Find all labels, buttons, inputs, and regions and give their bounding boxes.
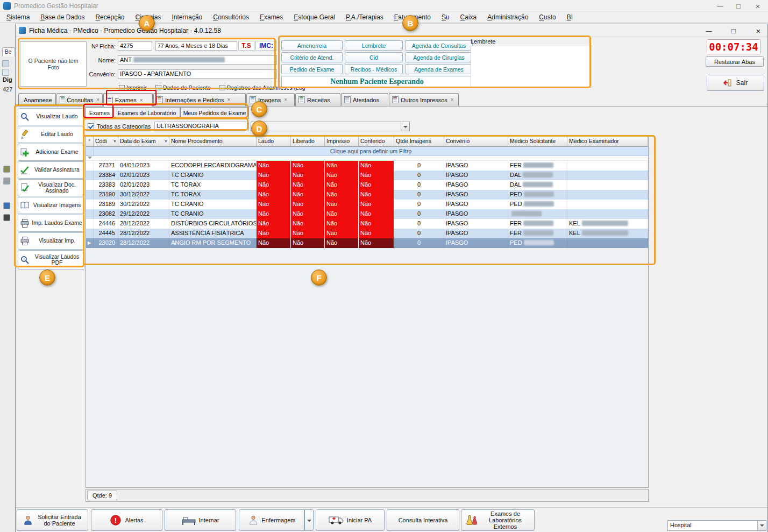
- menu-internacao[interactable]: Internação: [167, 12, 208, 22]
- table-row[interactable]: 24446 28/12/2022 DISTÚRBIOS CIRCULATÓRIO…: [86, 219, 648, 229]
- tab-exames[interactable]: Exames×: [103, 93, 153, 107]
- visualizar-doc-assinado-button[interactable]: Visualizar Doc. Assinado: [18, 179, 84, 196]
- ficha-close-button[interactable]: [750, 25, 766, 36]
- column-header-codigo[interactable]: Códi: [94, 137, 118, 147]
- column-chooser-icon[interactable]: [86, 137, 94, 147]
- subtab-meus-pedidos-exame[interactable]: Meus Pedidos de Exame: [180, 107, 249, 119]
- subtab-exames[interactable]: Exames: [86, 107, 113, 119]
- menu-recepcao[interactable]: Recepção: [90, 12, 130, 22]
- imc-button[interactable]: IMC:: [255, 41, 277, 51]
- column-header-medico-examinador[interactable]: Médico Examinador: [567, 137, 648, 147]
- grid-filter-hint-row[interactable]: Clique aqui para definir um Filtro: [86, 147, 648, 156]
- table-row[interactable]: 23383 02/01/2023 TC TORAX Não Não Não Nã…: [86, 180, 648, 190]
- amenorreia-button[interactable]: Amenorreia: [281, 40, 343, 51]
- categoria-field[interactable]: ULTRASSONOGRAFIA: [154, 122, 249, 131]
- table-row[interactable]: 27371 04/01/2023 ECODOPPLERCARDIOGRAMA N…: [86, 161, 648, 171]
- subtab-exames-laboratorio[interactable]: Exames de Laboratório: [113, 107, 180, 119]
- agenda-cirurgias-button[interactable]: Agenda de Cirurgias: [405, 52, 473, 62]
- menu-sistema[interactable]: Sistema: [1, 12, 35, 22]
- criterio-atend-button[interactable]: Critério de Atend.: [281, 52, 343, 62]
- menu-custo[interactable]: Custo: [534, 12, 561, 22]
- name-field[interactable]: ANT: [118, 55, 277, 65]
- menu-administracao[interactable]: Administração: [482, 12, 534, 22]
- tab-close-icon[interactable]: ×: [96, 97, 99, 103]
- enfermagem-button[interactable]: Enfermagem: [239, 509, 304, 531]
- menu-bi[interactable]: BI: [561, 12, 578, 22]
- table-row[interactable]: 23190 30/12/2022 TC TORAX Não Não Não Nã…: [86, 190, 648, 200]
- table-row-selected[interactable]: 23020 28/12/2022 ANGIO RM POR SEGMENTO N…: [86, 238, 648, 248]
- enfermagem-dropdown-arrow[interactable]: [304, 509, 314, 531]
- chevron-down-icon[interactable]: [757, 521, 766, 530]
- pedido-exame-button[interactable]: Pedido de Exame: [281, 64, 343, 74]
- imprimir-link[interactable]: Imprimir: [119, 84, 147, 91]
- todas-categorias-checkbox[interactable]: [88, 123, 94, 130]
- tab-receitas[interactable]: Receitas: [295, 93, 340, 106]
- ficha-maximize-button[interactable]: [726, 25, 742, 36]
- internar-button[interactable]: Internar: [165, 509, 236, 531]
- tab-close-icon[interactable]: ×: [284, 97, 287, 103]
- sair-button[interactable]: Sair: [707, 75, 764, 91]
- table-row[interactable]: 23082 29/12/2022 TC CRANIO Não Não Não N…: [86, 209, 648, 219]
- ficha-minimize-button[interactable]: [701, 25, 717, 36]
- adicionar-exame-button[interactable]: Adicionar Exame: [18, 144, 84, 161]
- table-row[interactable]: 24445 28/12/2022 ASSISTÊNCIA FISIÁTRICA …: [86, 229, 648, 238]
- column-header-medico-solicitante[interactable]: Médico Solicitante: [508, 137, 567, 147]
- tab-internacoes-pedidos[interactable]: Internações e Pedidos×: [153, 93, 246, 106]
- menu-estoque-geral[interactable]: Estoque Geral: [288, 12, 340, 22]
- visualizar-imp-button[interactable]: Visualizar Imp.: [18, 232, 84, 250]
- cid-button[interactable]: Cid: [345, 52, 403, 62]
- dados-do-paciente-link[interactable]: Dados do Paciente: [155, 84, 211, 91]
- convenio-field[interactable]: IPASGO - APARTAMENTO: [118, 69, 277, 79]
- tab-close-icon[interactable]: ×: [227, 97, 230, 103]
- menu-consultorios[interactable]: Consultórios: [208, 12, 254, 22]
- restaurar-abas-button[interactable]: Restaurar Abas: [706, 56, 764, 67]
- validar-assinatura-button[interactable]: Validar Assinatura: [18, 161, 84, 179]
- tab-close-icon[interactable]: ×: [451, 97, 454, 103]
- menu-caixa[interactable]: Caixa: [455, 12, 482, 22]
- agenda-consultas-button[interactable]: Agenda de Consultas: [405, 40, 473, 51]
- column-header-procedimento[interactable]: Nome Procedimento: [169, 137, 257, 147]
- ficha-number-field[interactable]: 4275: [118, 41, 152, 51]
- exames-lab-externos-button[interactable]: Exames de Laboratórios Externos: [461, 509, 535, 531]
- lembrete-panel[interactable]: [471, 46, 592, 88]
- tab-atestados[interactable]: Atestados: [341, 93, 388, 106]
- imp-laudos-exame-button[interactable]: Imp. Laudos Exame: [18, 215, 84, 232]
- recibos-medicos-button[interactable]: Recibos - Médicos: [345, 64, 403, 74]
- column-header-laudo[interactable]: Laudo: [257, 137, 291, 147]
- tab-outros-impressos[interactable]: Outros Impressos×: [389, 93, 459, 106]
- column-header-liberado[interactable]: Liberado: [291, 137, 325, 147]
- column-header-data-exame[interactable]: Data do Exam: [118, 137, 169, 147]
- tab-anamnese[interactable]: Anamnese: [18, 93, 56, 106]
- agenda-exames-button[interactable]: Agenda de Exames: [405, 64, 473, 74]
- solicitar-entrada-button[interactable]: Solicitar Entrada do Paciente: [17, 509, 88, 531]
- tab-consultas[interactable]: Consultas×: [56, 93, 103, 106]
- main-close-button[interactable]: [748, 0, 768, 12]
- filter-hint-text[interactable]: Clique aqui para definir um Filtro: [94, 147, 648, 155]
- grid-filter-row[interactable]: [86, 156, 648, 161]
- menu-base-de-dados[interactable]: Base de Dados: [35, 12, 90, 22]
- visualizar-laudo-button[interactable]: Visualizar Laudo: [18, 108, 84, 125]
- table-row[interactable]: 23384 02/01/2023 TC CRANIO Não Não Não N…: [86, 171, 648, 180]
- column-header-conferido[interactable]: Conferido: [359, 137, 394, 147]
- column-header-convenio[interactable]: Convênio: [444, 137, 508, 147]
- column-header-impresso[interactable]: Impresso: [325, 137, 359, 147]
- menu-su[interactable]: Su: [436, 12, 455, 22]
- table-row[interactable]: 23189 30/12/2022 TC CRANIO Não Não Não N…: [86, 200, 648, 209]
- lembrete-button[interactable]: Lembrete: [345, 40, 403, 51]
- column-header-qtde-imagens[interactable]: Qtde Imagens: [394, 137, 444, 147]
- tab-close-icon[interactable]: ×: [140, 97, 143, 103]
- exame-combobox[interactable]: [251, 122, 410, 131]
- menu-exames[interactable]: Exames: [254, 12, 288, 22]
- main-maximize-button[interactable]: [729, 0, 748, 12]
- editar-laudo-button[interactable]: Editar Laudo: [18, 126, 84, 143]
- ts-button[interactable]: T.S: [238, 41, 254, 51]
- unidade-combobox[interactable]: Hospital: [667, 520, 766, 531]
- alertas-button[interactable]: ! Alertas: [91, 509, 162, 531]
- visualizar-laudos-pdf-button[interactable]: Visualizar Laudos PDF: [18, 250, 84, 269]
- consulta-interativa-button[interactable]: Consulta Interativa: [387, 509, 459, 531]
- iniciar-pa-button[interactable]: Iniciar PA: [316, 509, 385, 531]
- main-minimize-button[interactable]: [711, 0, 729, 12]
- menu-pa-terapias[interactable]: P.A./Terapias: [340, 12, 389, 22]
- visualizar-imagens-button[interactable]: Visualizar Imagens: [18, 197, 84, 214]
- chevron-down-icon[interactable]: [401, 122, 409, 131]
